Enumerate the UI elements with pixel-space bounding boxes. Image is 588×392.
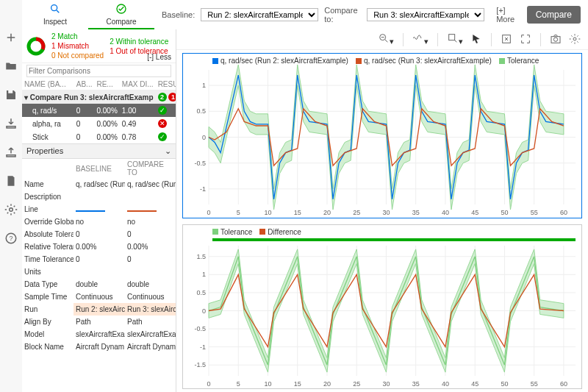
svg-point-12: [573, 38, 576, 40]
svg-text:0: 0: [207, 209, 210, 216]
property-row: Nameq, rad/sec (Runq, rad/sec (Run: [22, 178, 176, 190]
tab-compare[interactable]: Compare: [88, 0, 154, 29]
settings-icon[interactable]: [567, 32, 582, 48]
svg-text:1.5: 1.5: [196, 252, 206, 260]
add-icon[interactable]: [3, 29, 19, 47]
gear-icon[interactable]: [3, 202, 19, 219]
properties-table: BASELINECOMPARE TO Nameq, rad/sec (Runq,…: [22, 159, 176, 353]
table-row[interactable]: Stick00.00%0.78✓: [22, 130, 176, 143]
zoom-in-time-icon[interactable]: ▾: [376, 31, 395, 48]
svg-rect-7: [449, 35, 455, 40]
properties-header[interactable]: Properties⌄: [22, 143, 176, 159]
compareto-select[interactable]: Run 3: slexAircraftExample: [367, 8, 484, 21]
property-row: Absolute Tolerance00: [22, 228, 176, 240]
svg-text:15: 15: [294, 209, 301, 216]
svg-text:1: 1: [202, 271, 206, 278]
svg-text:25: 25: [353, 380, 360, 388]
svg-text:30: 30: [382, 380, 390, 388]
less-toggle[interactable]: [-] Less: [147, 53, 171, 61]
svg-text:10: 10: [264, 380, 271, 388]
svg-text:45: 45: [471, 380, 478, 388]
import-icon[interactable]: [3, 115, 19, 133]
svg-text:-0.5: -0.5: [194, 325, 206, 332]
folder-icon[interactable]: [3, 58, 19, 76]
fit-icon[interactable]: [499, 32, 514, 48]
summary-panel: 2 Match 1 Mismatch 0 Not compared 2 With…: [22, 29, 176, 63]
group-row[interactable]: ▾ Compare Run 3: slexAircraftExamp 2 1: [22, 90, 176, 104]
svg-text:-1: -1: [200, 185, 206, 193]
svg-text:35: 35: [412, 380, 420, 388]
svg-text:20: 20: [323, 209, 331, 216]
expand-icon[interactable]: [518, 32, 533, 48]
svg-text:40: 40: [442, 380, 449, 388]
plot-top[interactable]: q, rad/sec (Run 2: slexAircraftExample) …: [182, 53, 582, 218]
pointer-icon[interactable]: [469, 32, 484, 48]
tab-compare-label: Compare: [88, 18, 154, 26]
svg-point-3: [51, 5, 57, 11]
svg-text:0.5: 0.5: [196, 107, 206, 115]
snapshot-icon[interactable]: [548, 32, 563, 48]
legend-top: q, rad/sec (Run 2: slexAircraftExample) …: [212, 57, 539, 65]
compare-button[interactable]: Compare: [527, 6, 581, 24]
summary-mismatch: 1 Mismatch: [51, 42, 104, 50]
svg-text:25: 25: [353, 209, 360, 216]
svg-text:40: 40: [442, 209, 449, 216]
table-row[interactable]: alpha, ra00.00%0.49✕: [22, 117, 176, 130]
svg-text:0.5: 0.5: [196, 288, 206, 296]
col-abs[interactable]: AB...: [74, 79, 95, 90]
legend-bottom: Tolerance Difference: [212, 228, 301, 236]
summary-donut-icon: [26, 37, 46, 56]
svg-text:60: 60: [560, 380, 567, 388]
col-rel[interactable]: RE...: [94, 79, 119, 90]
svg-text:60: 60: [560, 209, 567, 216]
summary-notcompared: 0 Not compared: [51, 51, 104, 60]
svg-text:0: 0: [207, 380, 210, 388]
save-icon[interactable]: [3, 87, 19, 104]
svg-text:45: 45: [471, 209, 478, 216]
summary-match: 2 Match: [51, 32, 104, 40]
report-icon[interactable]: [3, 173, 19, 190]
svg-text:5: 5: [237, 209, 240, 216]
property-row: Units: [22, 266, 176, 278]
baseline-label: Baseline:: [162, 10, 195, 19]
svg-text:?: ?: [9, 235, 12, 242]
tab-inspect[interactable]: Inspect: [22, 0, 88, 29]
plot-bottom[interactable]: Tolerance Difference 0510152025303540455…: [182, 224, 582, 390]
property-row: Relative Tolerance0.00%0.00%: [22, 240, 176, 253]
property-row: Time Tolerance00: [22, 253, 176, 266]
property-row: Data Typedoubledouble: [22, 278, 176, 291]
export-icon[interactable]: [3, 144, 19, 162]
svg-text:35: 35: [412, 209, 420, 216]
col-res[interactable]: RESULT: [156, 79, 176, 90]
svg-text:0: 0: [202, 307, 206, 314]
zoom-box-icon[interactable]: ▾: [445, 31, 465, 48]
svg-text:-0.5: -0.5: [194, 160, 206, 167]
table-row[interactable]: q, rad/s00.00%1.00✓: [22, 104, 176, 117]
chevron-down-icon: ⌄: [165, 146, 171, 156]
svg-text:-1: -1: [200, 343, 206, 350]
property-row: Block NameAircraft DynamAircraft Dynam: [22, 341, 176, 353]
svg-text:55: 55: [531, 209, 538, 216]
property-row: Description: [22, 190, 176, 203]
property-row: ModelslexAircraftExaslexAircraftExa: [22, 328, 176, 341]
baseline-select[interactable]: Run 2: slexAircraftExample: [201, 8, 318, 21]
svg-text:15: 15: [294, 380, 301, 388]
svg-point-0: [10, 208, 13, 212]
col-max[interactable]: MAX DI...: [120, 79, 156, 90]
col-name[interactable]: NAME (BA...: [22, 79, 74, 90]
svg-text:0: 0: [202, 134, 206, 141]
svg-marker-8: [473, 35, 479, 43]
left-panel: 2 Match 1 Mismatch 0 Not compared 2 With…: [22, 29, 176, 392]
property-row: Line: [22, 203, 176, 215]
more-toggle[interactable]: [+] More: [496, 6, 521, 24]
svg-point-11: [553, 38, 557, 41]
property-row: RunRun 2: slexAircRun 3: slexAirc: [22, 303, 176, 316]
svg-text:55: 55: [531, 380, 538, 388]
signal-wave-icon[interactable]: ▾: [411, 31, 430, 48]
svg-text:50: 50: [501, 380, 508, 388]
filter-input[interactable]: [26, 65, 171, 77]
svg-text:50: 50: [501, 209, 508, 216]
help-icon[interactable]: ?: [3, 230, 19, 248]
svg-text:5: 5: [237, 380, 240, 388]
pass-bar: [212, 238, 576, 241]
